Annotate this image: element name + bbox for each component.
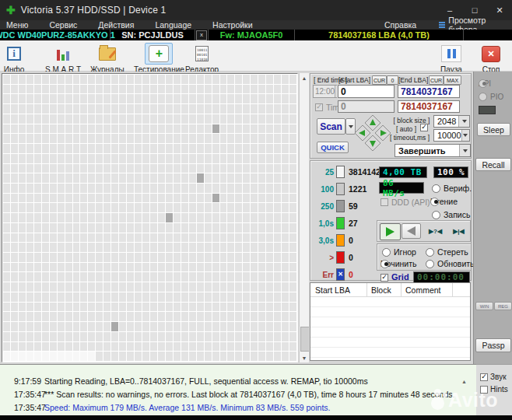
journals-button[interactable]: Журналы	[90, 43, 124, 74]
block-cell	[73, 203, 80, 212]
block-cell	[111, 322, 118, 331]
auto-checkbox[interactable]	[420, 124, 428, 131]
seek-diamond-control[interactable]	[354, 114, 391, 152]
end-lba-cur-button[interactable]: CUR	[429, 75, 444, 85]
scan-button[interactable]: Scan	[317, 118, 345, 135]
block-cell	[127, 173, 134, 183]
block-cell	[119, 342, 126, 352]
refresh-radio[interactable]: Обновить	[426, 259, 475, 268]
block-cell	[127, 303, 134, 312]
auto-label: [ auto ]	[396, 125, 416, 133]
mode-read-radio[interactable]: Чтение	[430, 197, 458, 206]
block-cell	[58, 75, 65, 84]
block-cell	[251, 243, 258, 252]
menu-item-help[interactable]: Справка	[384, 20, 416, 30]
block-cell	[142, 272, 149, 282]
block-cell	[166, 352, 173, 361]
testing-button[interactable]: + Тестирование	[134, 43, 184, 74]
hints-checkbox[interactable]	[480, 386, 488, 394]
start-lba-input[interactable]: 0	[338, 85, 395, 98]
block-map-scrollbar[interactable]: ▲ ▼	[299, 73, 309, 362]
block-cell	[119, 194, 126, 203]
block-cell	[266, 312, 273, 321]
block-cell	[266, 114, 273, 124]
grid-checkbox[interactable]	[380, 274, 388, 282]
column-header-comment[interactable]: Comment	[405, 285, 441, 295]
editor-button[interactable]: 10011 00101 11010 Редактор	[185, 43, 219, 74]
block-cell	[282, 282, 289, 292]
block-cell	[127, 184, 134, 193]
block-cell	[158, 85, 165, 94]
sound-checkbox[interactable]	[480, 373, 488, 381]
block-cell	[220, 263, 227, 272]
block-cell	[166, 94, 173, 103]
menu-item-buffer-view[interactable]: Просмотр буфера	[439, 20, 512, 30]
start-lba-zero-button[interactable]: 0	[387, 75, 398, 85]
block-cell	[189, 184, 196, 193]
block-cell	[19, 322, 26, 331]
stop-button[interactable]: ✕ Стоп	[478, 43, 504, 74]
ddd-label: DDD (API)	[391, 198, 430, 207]
end-lba-input[interactable]: 7814037167	[398, 85, 460, 98]
timeout-label: [ timeout,ms ]	[390, 134, 430, 142]
block-cell	[96, 243, 103, 252]
app-logo-icon: ✚	[6, 4, 16, 16]
jump-random-button[interactable]: ▶?◀	[425, 223, 446, 239]
defect-table-body	[310, 297, 470, 360]
smart-button[interactable]: S.M.A.R.T	[45, 43, 81, 74]
block-cell	[11, 322, 18, 331]
block-cell	[274, 104, 281, 114]
menu-item[interactable]: Language	[155, 20, 191, 30]
block-cell	[73, 154, 80, 163]
ignore-radio[interactable]: Игнор	[382, 247, 416, 257]
block-cell	[34, 184, 41, 193]
menu-item[interactable]: Действия	[98, 20, 134, 30]
scroll-up-icon[interactable]: ▲	[300, 73, 309, 82]
mode-verify-radio[interactable]: Вериф.	[432, 184, 472, 193]
block-cell	[26, 332, 33, 341]
block-cell	[243, 342, 250, 352]
block-cell	[274, 342, 281, 352]
block-cell	[11, 352, 18, 361]
start-lba-cur-button[interactable]: CUR	[372, 75, 387, 85]
scroll-down-icon[interactable]: ▼	[300, 353, 309, 362]
back-button[interactable]	[402, 223, 421, 239]
repair-radio[interactable]: Починить	[380, 259, 416, 268]
column-header-start-lba[interactable]: Start LBA	[315, 285, 350, 295]
timeout-select[interactable]: 10000	[433, 129, 470, 142]
play-button[interactable]	[380, 223, 401, 240]
block-cell	[65, 233, 72, 243]
block-cell	[235, 272, 242, 282]
win-button[interactable]: WIN	[475, 302, 493, 310]
menu-item[interactable]: Сервис	[49, 20, 77, 30]
block-cell	[189, 303, 196, 312]
block-cell	[127, 312, 134, 321]
recall-button[interactable]: Recall	[475, 158, 511, 171]
log-line: 17:35:47*** Scan results: no warnings, n…	[0, 388, 476, 401]
after-scan-action-select[interactable]: Завершить	[395, 144, 471, 157]
device-close-chip[interactable]: x	[196, 30, 207, 40]
block-cell	[181, 173, 188, 183]
erase-radio[interactable]: Стереть	[426, 247, 468, 257]
sleep-button[interactable]: Sleep	[477, 123, 510, 136]
sound-checkbox-row[interactable]: Звук	[480, 373, 507, 381]
menu-item[interactable]: Настройки	[212, 20, 253, 30]
hints-checkbox-row[interactable]: Hints	[480, 385, 508, 394]
passp-button[interactable]: Passp	[475, 338, 511, 352]
block-size-select[interactable]: 2048	[433, 115, 470, 128]
block-cell	[135, 243, 142, 252]
block-cell	[58, 184, 65, 193]
log-scroll-up-icon[interactable]: ▲	[461, 379, 467, 384]
column-header-block[interactable]: Block	[371, 285, 391, 295]
end-lba-max-button[interactable]: MAX	[444, 75, 461, 85]
pause-button[interactable]: Пауза	[437, 43, 465, 74]
info-button[interactable]: i Инфо	[3, 43, 25, 74]
quick-button[interactable]: QUICK	[317, 142, 349, 153]
block-cell	[11, 213, 18, 222]
menu-item[interactable]: Меню	[6, 20, 28, 30]
block-cell	[166, 322, 173, 331]
reg-button[interactable]: REG	[494, 302, 512, 310]
jump-end-button[interactable]: ▶|◀	[449, 223, 468, 239]
block-cell	[258, 104, 265, 114]
mode-write-radio[interactable]: Запись	[432, 210, 470, 219]
